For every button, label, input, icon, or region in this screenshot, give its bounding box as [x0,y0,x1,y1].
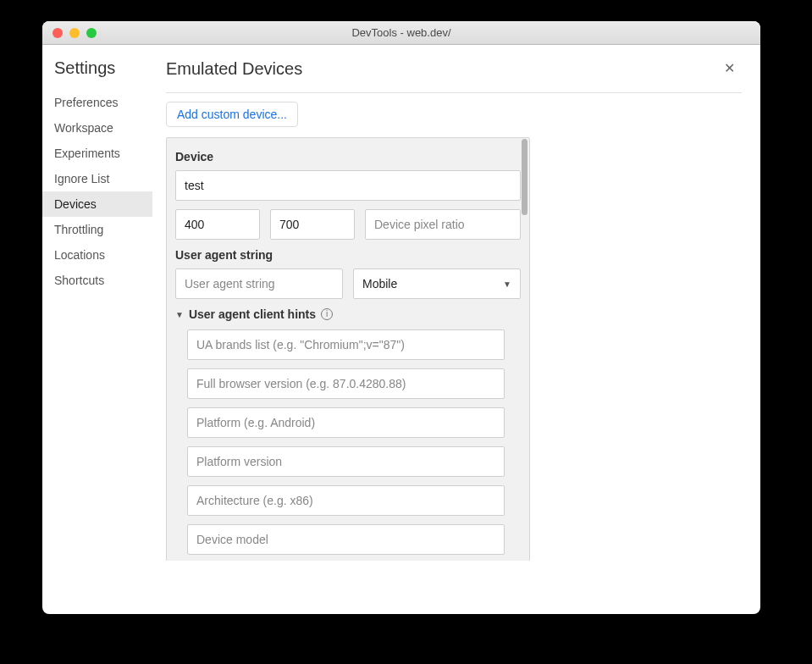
architecture-input[interactable]: Architecture (e.g. x86) [187,485,505,516]
divider [166,92,742,93]
full-browser-version-input[interactable]: Full browser version (e.g. 87.0.4280.88) [187,368,505,399]
device-edit-panel: Device test 400 700 Device pixel ratio U… [166,137,530,561]
close-icon[interactable]: ✕ [717,58,742,79]
sidebar-item-experiments[interactable]: Experiments [42,141,152,166]
device-section-title: Device [175,150,521,163]
client-hints-expander[interactable]: ▼ User agent client hints i [175,307,521,321]
titlebar[interactable]: DevTools - web.dev/ [42,21,760,45]
sidebar-item-shortcuts[interactable]: Shortcuts [42,268,152,293]
platform-input[interactable]: Platform (e.g. Android) [187,407,505,438]
client-hints-title: User agent client hints [189,307,316,321]
devtools-window: DevTools - web.dev/ Settings Preferences… [42,21,760,614]
info-icon[interactable]: i [321,308,333,320]
device-model-input[interactable]: Device model [187,524,505,555]
client-hints-group: UA brands list (e.g. "Chromium";v="87") … [175,329,521,555]
sidebar-item-locations[interactable]: Locations [42,242,152,268]
add-custom-device-button[interactable]: Add custom device... [166,102,298,127]
sidebar-item-workspace[interactable]: Workspace [42,115,152,141]
height-input[interactable]: 700 [270,209,355,240]
sidebar-heading: Settings [54,58,152,78]
window-title: DevTools - web.dev/ [42,26,760,39]
width-input[interactable]: 400 [175,209,260,240]
dpr-input[interactable]: Device pixel ratio [365,209,521,240]
sidebar-item-devices[interactable]: Devices [42,191,152,217]
device-name-input[interactable]: test [175,170,521,201]
ua-type-selected: Mobile [362,277,397,290]
platform-version-input[interactable]: Platform version [187,446,505,477]
sidebar-item-preferences[interactable]: Preferences [42,90,152,115]
close-window-button[interactable] [52,28,63,38]
ua-string-input[interactable]: User agent string [175,268,343,299]
minimize-window-button[interactable] [69,28,80,38]
page-title: Emulated Devices [166,59,302,79]
zoom-window-button[interactable] [86,28,97,38]
triangle-down-icon: ▼ [175,310,184,319]
sidebar-item-ignore-list[interactable]: Ignore List [42,166,152,191]
main-pane: Emulated Devices ✕ Add custom device... … [152,45,760,614]
scrollbar[interactable] [522,139,528,215]
ua-brands-input[interactable]: UA brands list (e.g. "Chromium";v="87") [187,329,505,360]
settings-sidebar: Settings Preferences Workspace Experimen… [42,45,152,614]
chevron-down-icon: ▼ [503,279,511,289]
sidebar-item-throttling[interactable]: Throttling [42,217,152,242]
traffic-lights [42,28,97,38]
content: Settings Preferences Workspace Experimen… [42,45,760,614]
ua-type-select[interactable]: Mobile ▼ [353,268,521,299]
ua-section-title: User agent string [175,248,521,262]
